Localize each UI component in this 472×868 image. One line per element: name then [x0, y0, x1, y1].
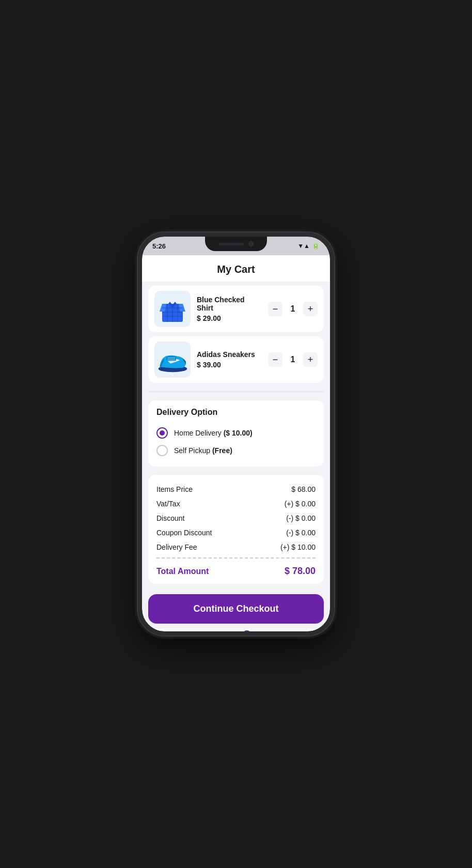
promo-input[interactable] — [149, 392, 272, 392]
cart-item-sneakers: Adidas Sneakers $ 39.00 − 1 + — [148, 336, 324, 383]
price-row-items: Items Price $ 68.00 — [156, 482, 316, 497]
vat-label: Vat/Tax — [156, 500, 180, 508]
promo-section: Apply — [148, 391, 324, 392]
item-info-sneakers: Adidas Sneakers $ 39.00 — [197, 350, 262, 369]
item-image-sneakers — [154, 342, 191, 378]
total-label: Total Amount — [156, 567, 209, 576]
vat-value: (+) $ 0.00 — [285, 500, 316, 508]
item-name-sneakers: Adidas Sneakers — [197, 350, 262, 359]
delivery-option-pickup[interactable]: Self Pickup (Free) — [156, 442, 316, 459]
radio-home-inner — [160, 430, 165, 436]
notch — [205, 237, 267, 251]
delivery-option-home[interactable]: Home Delivery ($ 10.00) — [156, 424, 316, 442]
delivery-fee-value: (+) $ 10.00 — [280, 543, 316, 551]
items-price-value: $ 68.00 — [291, 485, 316, 493]
item-price-shirt: $ 29.00 — [197, 314, 262, 322]
qty-control-sneakers: − 1 + — [268, 352, 318, 367]
delivery-title: Delivery Option — [156, 408, 316, 417]
item-image-shirt — [154, 291, 191, 327]
item-price-sneakers: $ 39.00 — [197, 361, 262, 369]
total-row: Total Amount $ 78.00 — [156, 562, 316, 577]
qty-control-shirt: − 1 + — [268, 302, 318, 316]
delivery-section: Delivery Option Home Delivery ($ 10.00) … — [148, 400, 324, 467]
discount-label: Discount — [156, 514, 184, 522]
price-row-vat: Vat/Tax (+) $ 0.00 — [156, 497, 316, 511]
status-time: 5:26 — [152, 242, 166, 250]
delivery-fee-label: Delivery Fee — [156, 543, 197, 551]
coupon-value: (-) $ 0.00 — [286, 529, 316, 537]
screen: 5:26 ▼▲ 🔋 My Cart — [142, 237, 330, 631]
radio-home[interactable] — [156, 427, 168, 439]
delivery-label-home: Home Delivery ($ 10.00) — [174, 429, 253, 437]
status-icons: ▼▲ 🔋 — [297, 242, 320, 250]
phone-frame: 5:26 ▼▲ 🔋 My Cart — [138, 233, 334, 636]
qty-increase-sneakers[interactable]: + — [303, 352, 318, 367]
cart-items-list: Blue Checked Shirt $ 29.00 − 1 + — [142, 282, 330, 387]
item-name-shirt: Blue Checked Shirt — [197, 296, 262, 312]
svg-rect-11 — [166, 356, 176, 361]
item-info-shirt: Blue Checked Shirt $ 29.00 — [197, 296, 262, 322]
app-content: My Cart — [142, 255, 330, 631]
speaker — [218, 243, 244, 245]
price-row-delivery: Delivery Fee (+) $ 10.00 — [156, 540, 316, 554]
delivery-label-pickup: Self Pickup (Free) — [174, 446, 232, 455]
page-title: My Cart — [142, 255, 330, 282]
cart-item-shirt: Blue Checked Shirt $ 29.00 − 1 + — [148, 286, 324, 332]
price-row-discount: Discount (-) $ 0.00 — [156, 511, 316, 525]
qty-value-shirt: 1 — [288, 304, 298, 314]
qty-increase-shirt[interactable]: + — [303, 302, 318, 316]
radio-pickup[interactable] — [156, 445, 168, 456]
qty-value-sneakers: 1 — [288, 355, 298, 364]
discount-value: (-) $ 0.00 — [286, 514, 316, 522]
price-breakdown: Items Price $ 68.00 Vat/Tax (+) $ 0.00 D… — [148, 475, 324, 584]
battery-icon: 🔋 — [312, 242, 320, 250]
checkout-button[interactable]: Continue Checkout — [148, 594, 324, 624]
total-value: $ 78.00 — [285, 566, 316, 577]
items-price-label: Items Price — [156, 485, 193, 493]
bottom-nav: 🏠 Home 🤍 Favourite 🛒 2 Cart 🛍 Ord — [142, 628, 330, 631]
camera — [248, 241, 254, 246]
qty-decrease-sneakers[interactable]: − — [268, 352, 282, 367]
qty-decrease-shirt[interactable]: − — [268, 302, 282, 316]
price-divider — [156, 557, 316, 559]
coupon-label: Coupon Discount — [156, 529, 212, 537]
cart-badge: 2 — [243, 630, 251, 631]
wifi-icon: ▼▲ — [297, 242, 310, 250]
price-row-coupon: Coupon Discount (-) $ 0.00 — [156, 525, 316, 540]
